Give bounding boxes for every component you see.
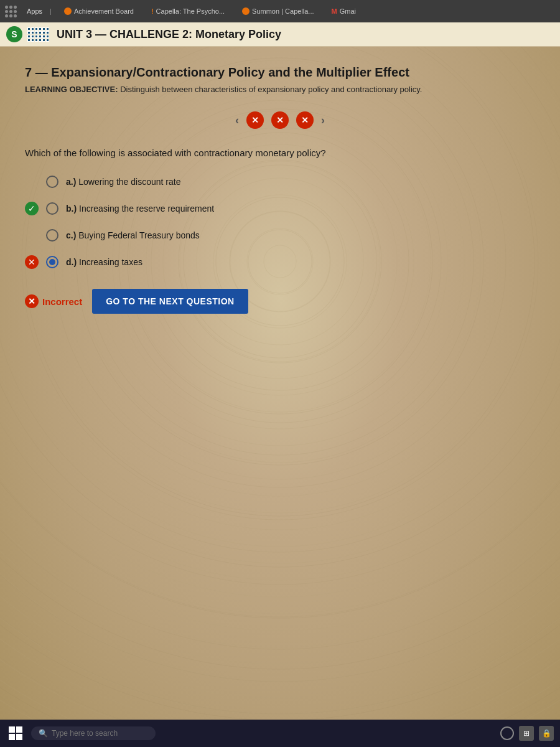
b-correct-icon: ✓ [25, 202, 39, 215]
attempt-row: ‹ ✕ ✕ ✕ › [25, 111, 535, 129]
taskbar-system-icon-1: ⊞ [519, 726, 534, 741]
learning-objective: LEARNING OBJECTIVE: Distinguish between … [25, 85, 535, 94]
search-icon: 🔍 [39, 729, 48, 738]
result-text: Incorrect [42, 296, 82, 307]
taskbar-right: ⊞ 🔒 [500, 726, 554, 741]
unit-nav-bar: S UNIT 3 — CHALLENGE 2: Monetary Policy [0, 22, 560, 47]
lo-label: LEARNING OBJECTIVE: [25, 85, 118, 94]
taskbar-search[interactable]: 🔍 [31, 726, 156, 740]
answer-option-a[interactable]: a.) Lowering the discount rate [25, 176, 535, 188]
app-grid-icon [5, 6, 17, 17]
answer-d-label: d.) Increasing taxes [66, 257, 142, 267]
tab-gmail[interactable]: M Gmai [327, 6, 361, 17]
question-heading: 7 — Expansionary/Contractionary Policy a… [25, 65, 535, 80]
achievement-favicon [64, 7, 72, 15]
gmail-favicon: M [332, 7, 337, 15]
taskbar-circle-icon [500, 726, 514, 740]
unit-title: UNIT 3 — CHALLENGE 2: Monetary Policy [57, 28, 281, 41]
next-attempt-nav[interactable]: › [321, 114, 325, 127]
answer-b-label: b.) Increasing the reserve requirement [66, 204, 214, 214]
start-button[interactable] [6, 724, 25, 743]
incorrect-label: ✕ Incorrect [25, 294, 82, 308]
answer-a-label: a.) Lowering the discount rate [66, 177, 180, 187]
attempt-3-icon: ✕ [301, 115, 309, 125]
result-x-icon: ✕ [25, 294, 39, 308]
d-wrong-icon: ✕ [25, 255, 39, 269]
unit-grid-icon [27, 27, 49, 42]
capella-favicon: ! [151, 7, 154, 15]
radio-c[interactable] [46, 229, 58, 242]
attempt-2: ✕ [271, 111, 289, 129]
lo-text: Distinguish between characteristics of e… [120, 85, 422, 94]
radio-d-fill [49, 259, 55, 265]
next-question-button[interactable]: GO TO THE NEXT QUESTION [92, 289, 248, 314]
answer-c-label: c.) Buying Federal Treasury bonds [66, 230, 200, 240]
unit-logo-icon: S [6, 26, 22, 42]
tab-achievement-board[interactable]: Achievement Board [59, 6, 139, 17]
summon-favicon [242, 7, 250, 15]
radio-d[interactable] [46, 256, 58, 268]
tab-summon[interactable]: Summon | Capella... [237, 6, 319, 17]
bottom-bar: ✕ Incorrect GO TO THE NEXT QUESTION [25, 283, 535, 320]
answer-option-d[interactable]: ✕ d.) Increasing taxes [25, 255, 535, 269]
question-text: Which of the following is associated wit… [25, 148, 535, 158]
tab-capella-psycho[interactable]: ! Capella: The Psycho... [146, 6, 230, 17]
radio-a[interactable] [46, 176, 58, 188]
prev-attempt-nav[interactable]: ‹ [235, 114, 239, 127]
tab-apps[interactable]: Apps [27, 7, 42, 15]
attempt-2-icon: ✕ [276, 115, 284, 125]
attempt-1: ✕ [246, 111, 264, 129]
attempt-3: ✕ [296, 111, 314, 129]
search-input[interactable] [52, 729, 139, 738]
radio-b[interactable] [46, 202, 58, 215]
windows-logo-icon [9, 726, 22, 740]
browser-top-bar: Apps | Achievement Board ! Capella: The … [0, 0, 560, 22]
answer-option-c[interactable]: c.) Buying Federal Treasury bonds [25, 229, 535, 242]
taskbar: 🔍 ⊞ 🔒 [0, 720, 560, 747]
taskbar-system-icon-2: 🔒 [539, 726, 554, 741]
answer-option-b[interactable]: ✓ b.) Increasing the reserve requirement [25, 202, 535, 215]
attempt-1-icon: ✕ [251, 115, 259, 125]
main-content: 7 — Expansionary/Contractionary Policy a… [0, 47, 560, 332]
